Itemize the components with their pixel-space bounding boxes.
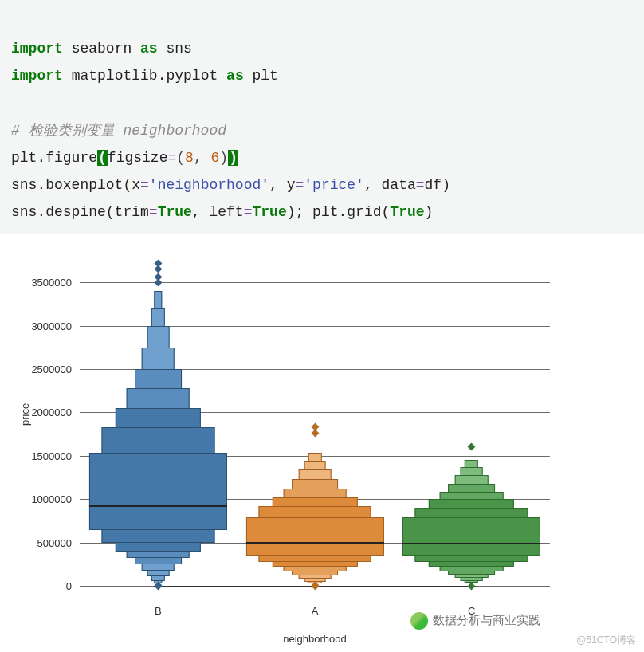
- x-axis-label: neighborhood: [80, 633, 550, 645]
- watermark-account: 数据分析与商业实践: [410, 612, 540, 630]
- y-tick-label: 0: [0, 580, 72, 592]
- plot-area: [80, 257, 550, 599]
- boxen-level: [402, 517, 540, 556]
- paren-highlight-close: ): [228, 150, 238, 166]
- boxen-C: [402, 257, 540, 599]
- paren-highlight-open: (: [97, 150, 108, 166]
- y-tick-label: 500000: [0, 536, 72, 548]
- median-line: [245, 542, 383, 544]
- outlier-point: [154, 273, 162, 281]
- outlier-point: [154, 259, 162, 267]
- code-comment: # 检验类别变量 neighborhood: [11, 123, 226, 139]
- boxen-B: [89, 257, 227, 599]
- x-tick-label: B: [155, 605, 162, 617]
- y-tick-label: 3500000: [0, 277, 72, 289]
- y-tick-label: 2500000: [0, 363, 72, 375]
- x-tick-label: A: [312, 605, 319, 617]
- chart-figure: price 0500000100000015000002000000250000…: [0, 234, 644, 649]
- wechat-icon: [410, 612, 428, 630]
- median-line: [89, 505, 227, 507]
- outlier-point: [468, 582, 476, 590]
- code-block: import seaborn as sns import matplotlib.…: [0, 0, 644, 234]
- boxen-level: [245, 517, 383, 556]
- y-tick-label: 1500000: [0, 450, 72, 462]
- watermark-source: @51CTO博客: [576, 634, 636, 647]
- outlier-point: [468, 443, 476, 451]
- y-tick-label: 1000000: [0, 493, 72, 505]
- y-tick-label: 3000000: [0, 320, 72, 332]
- median-line: [402, 543, 540, 544]
- boxen-A: [245, 257, 383, 599]
- boxen-level: [89, 453, 227, 531]
- outlier-point: [311, 423, 319, 431]
- y-tick-label: 2000000: [0, 407, 72, 418]
- kw-import: import: [11, 41, 63, 57]
